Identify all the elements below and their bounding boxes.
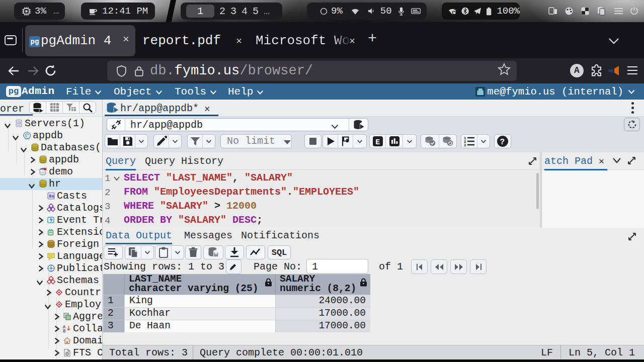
svg-text:?: ? xyxy=(500,138,505,147)
svg-text:B: B xyxy=(63,329,66,333)
svg-text:E: E xyxy=(375,138,380,147)
svg-text:8s: 8s xyxy=(49,194,54,199)
svg-text:3: 3 xyxy=(464,143,466,147)
